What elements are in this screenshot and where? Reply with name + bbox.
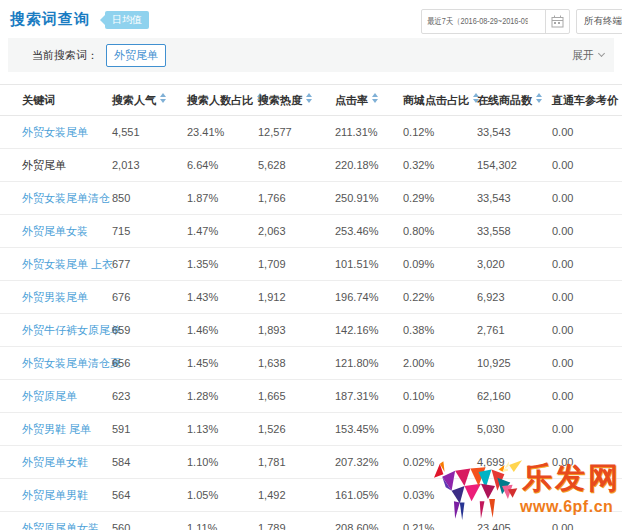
keyword-link[interactable]: 外贸尾单女装 — [22, 225, 88, 237]
current-search-term-button[interactable]: 外贸尾单 — [106, 44, 166, 67]
column-header-label: 关键词 — [22, 94, 55, 106]
cell-value: 1.10% — [187, 446, 258, 479]
table-body: 外贸女装尾单4,55123.41%12,577211.31%0.12%33,54… — [0, 116, 622, 530]
cell-value: 1.28% — [187, 380, 258, 413]
keyword-link[interactable]: 外贸女装尾单清仓夏 — [22, 357, 121, 369]
cell-value: 0.00 — [552, 248, 622, 281]
cell-value: 142.16% — [335, 314, 403, 347]
cell-value: 1.45% — [187, 347, 258, 380]
cell-value: 0.00 — [552, 182, 622, 215]
column-header[interactable]: 点击率 — [335, 85, 403, 116]
cell-value: 1,789 — [258, 512, 335, 530]
cell-value: 196.74% — [335, 281, 403, 314]
column-header[interactable]: 直通车参考价 — [552, 85, 622, 116]
table-row: 外贸原尾单女装5601.11%1,789208.60%0.21%23,4050.… — [0, 512, 622, 530]
cell-value: 0.00 — [552, 512, 622, 530]
cell-value: 6,923 — [477, 281, 552, 314]
keyword-text: 外贸尾单 — [22, 159, 66, 171]
keyword-cell: 外贸男鞋 尾单 — [0, 413, 112, 446]
cell-value: 0.00 — [552, 413, 622, 446]
keyword-link[interactable]: 外贸原尾单女装 — [22, 522, 99, 530]
keyword-link[interactable]: 外贸尾单男鞋 — [22, 489, 88, 501]
cell-value: 153.45% — [335, 413, 403, 446]
table-row: 外贸男装尾单6761.43%1,912196.74%0.22%6,9230.00 — [0, 281, 622, 314]
cell-value: 207.32% — [335, 446, 403, 479]
date-range-picker[interactable]: 最近7天（2016-08-29~2016-09-04） — [421, 9, 570, 34]
keyword-link[interactable]: 外贸女装尾单清仓 — [22, 192, 110, 204]
sort-icon[interactable] — [160, 93, 166, 103]
cell-value: 0.38% — [403, 314, 477, 347]
cell-value: 0.00 — [552, 446, 622, 479]
cell-value: 23.41% — [187, 116, 258, 149]
keyword-cell: 外贸女装尾单 上衣 — [0, 248, 112, 281]
keyword-cell: 外贸尾单男鞋 — [0, 479, 112, 512]
column-header-label: 点击率 — [335, 94, 368, 106]
cell-value: 12,577 — [258, 116, 335, 149]
cell-value: 0.00 — [552, 347, 622, 380]
cell-value: 0.03% — [403, 479, 477, 512]
keyword-cell: 外贸尾单 — [0, 149, 112, 182]
cell-value: 715 — [112, 215, 187, 248]
cell-value: 161.05% — [335, 479, 403, 512]
cell-value: 0.02% — [403, 446, 477, 479]
expand-toggle[interactable]: 展开 — [572, 38, 604, 72]
cell-value: 10,925 — [477, 347, 552, 380]
chevron-down-icon — [598, 50, 605, 57]
column-header[interactable]: 搜索人气 — [112, 85, 187, 116]
cell-value: 1,781 — [258, 446, 335, 479]
table-row: 外贸尾单2,0136.64%5,628220.18%0.32%154,3020.… — [0, 149, 622, 182]
calendar-button[interactable] — [545, 10, 569, 33]
terminal-select[interactable]: 所有终端 — [576, 9, 622, 34]
keyword-cell: 外贸牛仔裤女原尾单 — [0, 314, 112, 347]
keyword-link[interactable]: 外贸尾单女鞋 — [22, 456, 88, 468]
column-header[interactable]: 商城点击占比 — [403, 85, 477, 116]
current-search-bar: 当前搜索词： 外贸尾单 展开 — [8, 38, 614, 72]
cell-value: 1,766 — [258, 182, 335, 215]
column-header-label: 直通车参考价 — [552, 94, 618, 106]
cell-value: 1,526 — [258, 413, 335, 446]
cell-value: 3,020 — [477, 248, 552, 281]
cell-value: 0.21% — [403, 512, 477, 530]
table-row: 外贸尾单女鞋5841.10%1,781207.32%0.02%4,6990.00 — [0, 446, 622, 479]
cell-value: 2,063 — [258, 215, 335, 248]
cell-value: 211.31% — [335, 116, 403, 149]
cell-value: 1,492 — [258, 479, 335, 512]
cell-value: 253.46% — [335, 215, 403, 248]
keyword-link[interactable]: 外贸女装尾单 — [22, 126, 88, 138]
keyword-link[interactable]: 外贸男装尾单 — [22, 291, 88, 303]
cell-value — [477, 479, 552, 512]
cell-value: 1,912 — [258, 281, 335, 314]
keyword-link[interactable]: 外贸牛仔裤女原尾单 — [22, 324, 121, 336]
keywords-table: 关键词搜索人气搜索人数占比搜索热度点击率商城点击占比在线商品数直通车参考价 外贸… — [0, 84, 622, 530]
cell-value: 187.31% — [335, 380, 403, 413]
cell-value: 0.00 — [552, 281, 622, 314]
keyword-link[interactable]: 外贸女装尾单 上衣 — [22, 258, 113, 270]
cell-value: 0.00 — [552, 380, 622, 413]
cell-value: 1.05% — [187, 479, 258, 512]
badge-label: 日均值 — [105, 11, 149, 29]
column-header[interactable]: 在线商品数 — [477, 85, 552, 116]
cell-value: 1.47% — [187, 215, 258, 248]
cell-value — [552, 479, 622, 512]
table-row: 外贸女装尾单清仓夏6561.45%1,638121.80%2.00%10,925… — [0, 347, 622, 380]
cell-value: 677 — [112, 248, 187, 281]
cell-value: 1.35% — [187, 248, 258, 281]
table-header-row: 关键词搜索人气搜索人数占比搜索热度点击率商城点击占比在线商品数直通车参考价 — [0, 85, 622, 116]
table-row: 外贸牛仔裤女原尾单6591.46%1,893142.16%0.38%2,7610… — [0, 314, 622, 347]
keyword-link[interactable]: 外贸男鞋 尾单 — [22, 423, 91, 435]
sort-icon[interactable] — [372, 93, 378, 103]
cell-value: 23,405 — [477, 512, 552, 530]
keyword-cell: 外贸原尾单 — [0, 380, 112, 413]
column-header-label: 商城点击占比 — [403, 94, 469, 106]
column-header-label: 搜索人数占比 — [187, 94, 253, 106]
calendar-icon — [551, 15, 564, 28]
column-header[interactable]: 搜索人数占比 — [187, 85, 258, 116]
cell-value: 33,543 — [477, 116, 552, 149]
sort-icon[interactable] — [306, 93, 312, 103]
keyword-link[interactable]: 外贸原尾单 — [22, 390, 77, 402]
cell-value: 656 — [112, 347, 187, 380]
cell-value: 564 — [112, 479, 187, 512]
cell-value: 0.29% — [403, 182, 477, 215]
column-header[interactable]: 搜索热度 — [258, 85, 335, 116]
sort-icon[interactable] — [536, 93, 542, 103]
